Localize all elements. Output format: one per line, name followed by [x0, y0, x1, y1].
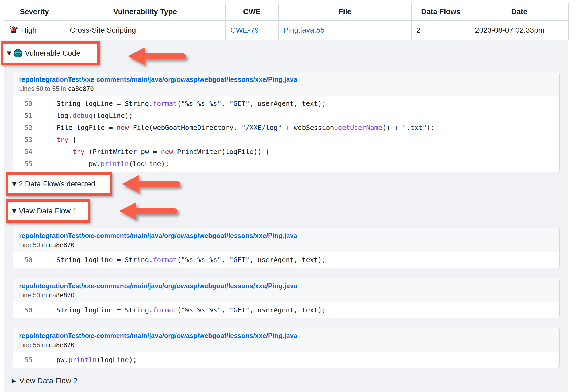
table-header-row: Severity Vulnerability Type CWE File Dat…	[4, 3, 569, 21]
data-flow-snippet-2: repoIntegrationTest/xxe-comments/main/ja…	[13, 278, 560, 318]
annotation-arrow-data-flows	[120, 173, 183, 196]
code-body: 55pw.println(logLine);	[13, 352, 559, 368]
severity-label: High	[21, 26, 37, 34]
code-text: String logLine = String.format("%s %s %s…	[33, 306, 326, 314]
column-header-date: Date	[470, 3, 569, 21]
view-data-flow-2-label: View Data Flow 2	[19, 376, 77, 385]
data-flow-snippet-1: repoIntegrationTest/xxe-comments/main/ja…	[13, 228, 560, 268]
code-line: 55 pw.println(logLine);	[13, 158, 559, 170]
cwe-cell: CWE-79	[226, 21, 279, 40]
file-cell: Ping.java:55	[279, 21, 412, 40]
mobb-logo-icon	[14, 49, 22, 58]
snippet-header: repoIntegrationTest/xxe-comments/main/ja…	[13, 72, 559, 96]
vulnerability-report-page: Severity Vulnerability Type CWE File Dat…	[0, 0, 580, 392]
line-number: 50	[13, 304, 33, 316]
column-header-severity: Severity	[4, 3, 65, 21]
data-flows-detected-label: 2 Data Flow/s detected	[19, 180, 95, 188]
code-line: 51log.debug(logLine);	[13, 110, 559, 122]
table-row: ! High Cross-Site Scripting CWE-79 Ping.…	[4, 21, 569, 40]
code-text: log.debug(logLine);	[33, 112, 133, 120]
line-number: 51	[13, 110, 33, 122]
line-number: 54	[13, 146, 33, 158]
column-header-vulnerability-type: Vulnerability Type	[65, 3, 226, 21]
triangle-down-icon: ▼	[12, 208, 16, 214]
code-body: 50String logLine = String.format("%s %s …	[13, 252, 559, 268]
file-link[interactable]: Ping.java:55	[283, 26, 324, 34]
line-number: 50	[13, 98, 33, 110]
column-header-file: File	[279, 3, 412, 21]
code-text: String logLine = String.format("%s %s %s…	[33, 100, 326, 107]
data-flow-snippet-3: repoIntegrationTest/xxe-comments/main/ja…	[13, 328, 560, 368]
code-body: 50String logLine = String.format("%s %s …	[13, 302, 559, 318]
snippet-line-range: Line 50 in ca8e870	[19, 241, 554, 249]
code-body: 50String logLine = String.format("%s %s …	[13, 96, 559, 172]
column-header-cwe: CWE	[226, 3, 279, 21]
code-text: pw.println(logLine);	[33, 356, 137, 364]
annotation-arrow-vulnerable-code	[126, 45, 188, 68]
annotation-arrow-view-data-flow-1	[117, 200, 180, 223]
line-number: 55	[13, 354, 33, 366]
vulnerable-code-label: Vulnerable Code	[25, 49, 80, 57]
code-line: 55pw.println(logLine);	[13, 354, 559, 366]
annotation-box-vulnerable-code: ▼ Vulnerable Code	[1, 41, 100, 65]
snippet-header: repoIntegrationTest/xxe-comments/main/ja…	[13, 228, 559, 252]
code-text: pw.println(logLine);	[33, 160, 169, 168]
severity-cell: ! High	[4, 21, 65, 40]
code-line: 50String logLine = String.format("%s %s …	[13, 254, 559, 266]
data-flows-cell: 2	[412, 21, 470, 40]
code-text: try (PrintWriter pw = new PrintWriter(lo…	[33, 148, 270, 156]
code-line: 54 try (PrintWriter pw = new PrintWriter…	[13, 146, 559, 158]
snippet-file-link[interactable]: repoIntegrationTest/xxe-comments/main/ja…	[19, 282, 297, 290]
code-text: String logLine = String.format("%s %s %s…	[33, 256, 326, 264]
snippet-header: repoIntegrationTest/xxe-comments/main/ja…	[13, 328, 559, 352]
view-data-flow-2-summary[interactable]: ▶ View Data Flow 2	[12, 376, 78, 385]
code-text: try {	[33, 136, 76, 144]
annotation-box-data-flows-detected: ▼ 2 Data Flow/s detected	[6, 172, 112, 196]
vulnerable-code-summary[interactable]: ▼ Vulnerable Code	[3, 49, 80, 58]
line-number: 50	[13, 254, 33, 266]
code-line: 50String logLine = String.format("%s %s …	[13, 98, 559, 110]
snippet-file-link[interactable]: repoIntegrationTest/xxe-comments/main/ja…	[19, 232, 297, 240]
view-data-flow-1-label: View Data Flow 1	[19, 207, 77, 215]
line-number: 53	[13, 134, 33, 146]
snippet-line-range: Line 55 in ca8e870	[19, 341, 554, 349]
column-header-data-flows: Data Flows	[412, 3, 470, 21]
triangle-down-icon: ▼	[7, 50, 11, 56]
code-line: 52File logFile = new File(webGoatHomeDir…	[13, 122, 559, 134]
vulnerability-summary-table: Severity Vulnerability Type CWE File Dat…	[4, 3, 569, 40]
snippet-line-range: Lines 50 to 55 in ca8e870	[19, 85, 554, 93]
data-flows-detected-summary[interactable]: ▼ 2 Data Flow/s detected	[8, 180, 95, 188]
cwe-link[interactable]: CWE-79	[230, 26, 259, 34]
code-line: 53try {	[13, 134, 559, 146]
snippet-line-range: Line 50 in ca8e870	[19, 291, 554, 299]
triangle-down-icon: ▼	[12, 181, 16, 187]
vulnerable-code-snippet: repoIntegrationTest/xxe-comments/main/ja…	[13, 72, 560, 172]
view-data-flow-1-summary[interactable]: ▼ View Data Flow 1	[8, 207, 77, 215]
triangle-right-icon: ▶	[12, 378, 16, 384]
snippet-file-link[interactable]: repoIntegrationTest/xxe-comments/main/ja…	[19, 332, 297, 340]
siren-icon: !	[9, 25, 18, 36]
code-line: 50String logLine = String.format("%s %s …	[13, 304, 559, 316]
code-text: File logFile = new File(webGoatHomeDirec…	[33, 124, 435, 132]
line-number: 52	[13, 122, 33, 134]
vulnerability-type-cell: Cross-Site Scripting	[65, 21, 226, 40]
annotation-box-view-data-flow-1: ▼ View Data Flow 1	[6, 199, 90, 223]
line-number: 55	[13, 158, 33, 170]
snippet-header: repoIntegrationTest/xxe-comments/main/ja…	[13, 278, 559, 302]
svg-text:!: !	[13, 28, 14, 31]
date-cell: 2023-08-07 02:33pm	[470, 21, 569, 40]
snippet-file-link[interactable]: repoIntegrationTest/xxe-comments/main/ja…	[19, 76, 297, 83]
